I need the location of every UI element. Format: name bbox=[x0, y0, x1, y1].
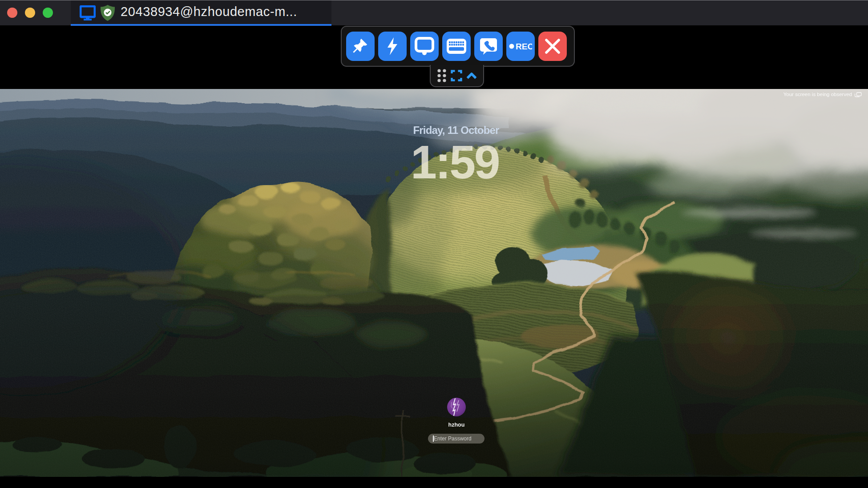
svg-text:REC: REC bbox=[516, 42, 532, 51]
